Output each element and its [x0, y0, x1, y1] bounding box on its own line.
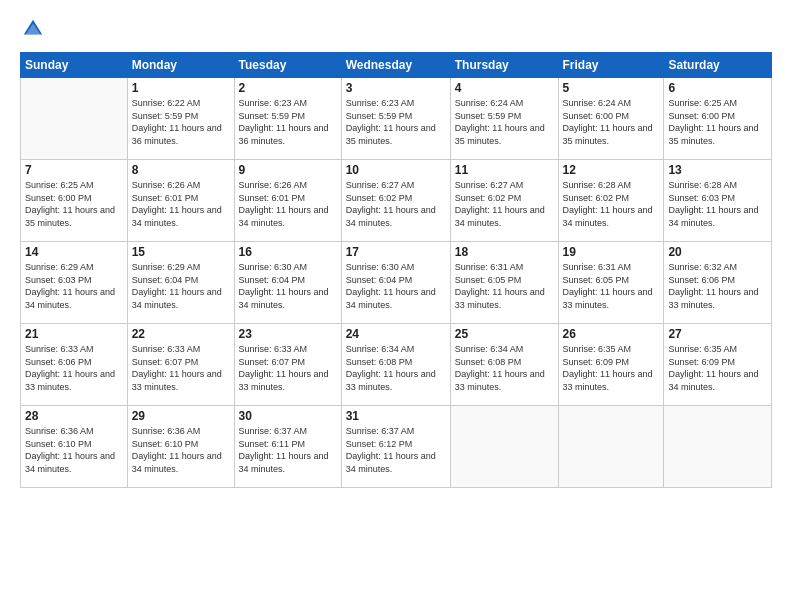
- day-info: Sunrise: 6:24 AMSunset: 5:59 PMDaylight:…: [455, 97, 554, 147]
- day-number: 7: [25, 163, 123, 177]
- calendar-cell: 16Sunrise: 6:30 AMSunset: 6:04 PMDayligh…: [234, 242, 341, 324]
- calendar-week-row: 14Sunrise: 6:29 AMSunset: 6:03 PMDayligh…: [21, 242, 772, 324]
- calendar-cell: 28Sunrise: 6:36 AMSunset: 6:10 PMDayligh…: [21, 406, 128, 488]
- calendar-header-friday: Friday: [558, 53, 664, 78]
- day-number: 4: [455, 81, 554, 95]
- day-number: 15: [132, 245, 230, 259]
- calendar-cell: 26Sunrise: 6:35 AMSunset: 6:09 PMDayligh…: [558, 324, 664, 406]
- calendar-cell: 4Sunrise: 6:24 AMSunset: 5:59 PMDaylight…: [450, 78, 558, 160]
- calendar-cell: 29Sunrise: 6:36 AMSunset: 6:10 PMDayligh…: [127, 406, 234, 488]
- day-info: Sunrise: 6:30 AMSunset: 6:04 PMDaylight:…: [346, 261, 446, 311]
- day-number: 1: [132, 81, 230, 95]
- day-number: 18: [455, 245, 554, 259]
- day-info: Sunrise: 6:23 AMSunset: 5:59 PMDaylight:…: [346, 97, 446, 147]
- calendar-header-wednesday: Wednesday: [341, 53, 450, 78]
- day-info: Sunrise: 6:35 AMSunset: 6:09 PMDaylight:…: [563, 343, 660, 393]
- day-info: Sunrise: 6:37 AMSunset: 6:11 PMDaylight:…: [239, 425, 337, 475]
- day-info: Sunrise: 6:32 AMSunset: 6:06 PMDaylight:…: [668, 261, 767, 311]
- calendar-cell: 25Sunrise: 6:34 AMSunset: 6:08 PMDayligh…: [450, 324, 558, 406]
- day-info: Sunrise: 6:33 AMSunset: 6:06 PMDaylight:…: [25, 343, 123, 393]
- calendar-cell: [558, 406, 664, 488]
- day-info: Sunrise: 6:29 AMSunset: 6:04 PMDaylight:…: [132, 261, 230, 311]
- calendar-header-saturday: Saturday: [664, 53, 772, 78]
- day-info: Sunrise: 6:34 AMSunset: 6:08 PMDaylight:…: [346, 343, 446, 393]
- calendar-cell: 2Sunrise: 6:23 AMSunset: 5:59 PMDaylight…: [234, 78, 341, 160]
- calendar-header-tuesday: Tuesday: [234, 53, 341, 78]
- calendar-cell: 13Sunrise: 6:28 AMSunset: 6:03 PMDayligh…: [664, 160, 772, 242]
- day-number: 17: [346, 245, 446, 259]
- calendar-header-sunday: Sunday: [21, 53, 128, 78]
- calendar-cell: 11Sunrise: 6:27 AMSunset: 6:02 PMDayligh…: [450, 160, 558, 242]
- calendar-cell: 8Sunrise: 6:26 AMSunset: 6:01 PMDaylight…: [127, 160, 234, 242]
- day-number: 9: [239, 163, 337, 177]
- header: [20, 18, 772, 44]
- calendar-cell: 10Sunrise: 6:27 AMSunset: 6:02 PMDayligh…: [341, 160, 450, 242]
- calendar-cell: 5Sunrise: 6:24 AMSunset: 6:00 PMDaylight…: [558, 78, 664, 160]
- calendar: SundayMondayTuesdayWednesdayThursdayFrid…: [20, 52, 772, 488]
- day-info: Sunrise: 6:29 AMSunset: 6:03 PMDaylight:…: [25, 261, 123, 311]
- calendar-cell: 9Sunrise: 6:26 AMSunset: 6:01 PMDaylight…: [234, 160, 341, 242]
- calendar-header-thursday: Thursday: [450, 53, 558, 78]
- day-number: 2: [239, 81, 337, 95]
- day-number: 11: [455, 163, 554, 177]
- day-info: Sunrise: 6:22 AMSunset: 5:59 PMDaylight:…: [132, 97, 230, 147]
- day-info: Sunrise: 6:33 AMSunset: 6:07 PMDaylight:…: [132, 343, 230, 393]
- calendar-cell: [21, 78, 128, 160]
- calendar-week-row: 7Sunrise: 6:25 AMSunset: 6:00 PMDaylight…: [21, 160, 772, 242]
- day-info: Sunrise: 6:28 AMSunset: 6:02 PMDaylight:…: [563, 179, 660, 229]
- calendar-header-monday: Monday: [127, 53, 234, 78]
- calendar-header-row: SundayMondayTuesdayWednesdayThursdayFrid…: [21, 53, 772, 78]
- day-info: Sunrise: 6:37 AMSunset: 6:12 PMDaylight:…: [346, 425, 446, 475]
- calendar-cell: [664, 406, 772, 488]
- day-number: 26: [563, 327, 660, 341]
- day-number: 30: [239, 409, 337, 423]
- calendar-cell: 24Sunrise: 6:34 AMSunset: 6:08 PMDayligh…: [341, 324, 450, 406]
- day-info: Sunrise: 6:27 AMSunset: 6:02 PMDaylight:…: [455, 179, 554, 229]
- day-info: Sunrise: 6:25 AMSunset: 6:00 PMDaylight:…: [25, 179, 123, 229]
- day-info: Sunrise: 6:33 AMSunset: 6:07 PMDaylight:…: [239, 343, 337, 393]
- day-number: 21: [25, 327, 123, 341]
- calendar-week-row: 28Sunrise: 6:36 AMSunset: 6:10 PMDayligh…: [21, 406, 772, 488]
- day-number: 27: [668, 327, 767, 341]
- calendar-cell: 31Sunrise: 6:37 AMSunset: 6:12 PMDayligh…: [341, 406, 450, 488]
- day-info: Sunrise: 6:27 AMSunset: 6:02 PMDaylight:…: [346, 179, 446, 229]
- day-number: 16: [239, 245, 337, 259]
- calendar-cell: 12Sunrise: 6:28 AMSunset: 6:02 PMDayligh…: [558, 160, 664, 242]
- day-info: Sunrise: 6:34 AMSunset: 6:08 PMDaylight:…: [455, 343, 554, 393]
- calendar-cell: 3Sunrise: 6:23 AMSunset: 5:59 PMDaylight…: [341, 78, 450, 160]
- day-number: 8: [132, 163, 230, 177]
- day-info: Sunrise: 6:23 AMSunset: 5:59 PMDaylight:…: [239, 97, 337, 147]
- calendar-cell: 23Sunrise: 6:33 AMSunset: 6:07 PMDayligh…: [234, 324, 341, 406]
- day-info: Sunrise: 6:35 AMSunset: 6:09 PMDaylight:…: [668, 343, 767, 393]
- day-info: Sunrise: 6:25 AMSunset: 6:00 PMDaylight:…: [668, 97, 767, 147]
- calendar-cell: 6Sunrise: 6:25 AMSunset: 6:00 PMDaylight…: [664, 78, 772, 160]
- day-number: 14: [25, 245, 123, 259]
- day-info: Sunrise: 6:30 AMSunset: 6:04 PMDaylight:…: [239, 261, 337, 311]
- calendar-cell: 19Sunrise: 6:31 AMSunset: 6:05 PMDayligh…: [558, 242, 664, 324]
- day-info: Sunrise: 6:24 AMSunset: 6:00 PMDaylight:…: [563, 97, 660, 147]
- calendar-cell: 14Sunrise: 6:29 AMSunset: 6:03 PMDayligh…: [21, 242, 128, 324]
- calendar-cell: 15Sunrise: 6:29 AMSunset: 6:04 PMDayligh…: [127, 242, 234, 324]
- calendar-cell: 17Sunrise: 6:30 AMSunset: 6:04 PMDayligh…: [341, 242, 450, 324]
- calendar-cell: 7Sunrise: 6:25 AMSunset: 6:00 PMDaylight…: [21, 160, 128, 242]
- day-info: Sunrise: 6:36 AMSunset: 6:10 PMDaylight:…: [132, 425, 230, 475]
- calendar-week-row: 21Sunrise: 6:33 AMSunset: 6:06 PMDayligh…: [21, 324, 772, 406]
- day-number: 12: [563, 163, 660, 177]
- day-number: 3: [346, 81, 446, 95]
- day-info: Sunrise: 6:31 AMSunset: 6:05 PMDaylight:…: [563, 261, 660, 311]
- calendar-cell: 30Sunrise: 6:37 AMSunset: 6:11 PMDayligh…: [234, 406, 341, 488]
- page: SundayMondayTuesdayWednesdayThursdayFrid…: [0, 0, 792, 612]
- day-number: 6: [668, 81, 767, 95]
- calendar-cell: 22Sunrise: 6:33 AMSunset: 6:07 PMDayligh…: [127, 324, 234, 406]
- day-number: 19: [563, 245, 660, 259]
- day-number: 20: [668, 245, 767, 259]
- day-number: 23: [239, 327, 337, 341]
- logo-icon: [22, 18, 44, 40]
- day-number: 24: [346, 327, 446, 341]
- day-info: Sunrise: 6:26 AMSunset: 6:01 PMDaylight:…: [132, 179, 230, 229]
- day-number: 22: [132, 327, 230, 341]
- day-info: Sunrise: 6:26 AMSunset: 6:01 PMDaylight:…: [239, 179, 337, 229]
- calendar-cell: 1Sunrise: 6:22 AMSunset: 5:59 PMDaylight…: [127, 78, 234, 160]
- calendar-cell: 21Sunrise: 6:33 AMSunset: 6:06 PMDayligh…: [21, 324, 128, 406]
- calendar-cell: 18Sunrise: 6:31 AMSunset: 6:05 PMDayligh…: [450, 242, 558, 324]
